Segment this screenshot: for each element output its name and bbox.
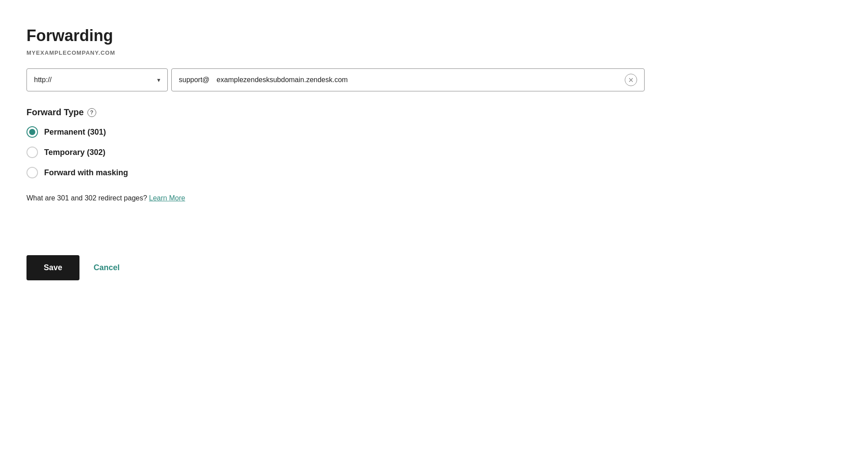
chevron-down-icon: ▾ bbox=[157, 76, 160, 83]
protocol-value: http:// bbox=[34, 76, 52, 84]
page-title: Forwarding bbox=[26, 26, 842, 45]
footer-actions: Save Cancel bbox=[26, 255, 842, 280]
radio-item-permanent[interactable]: Permanent (301) bbox=[26, 126, 842, 138]
radio-item-masking[interactable]: Forward with masking bbox=[26, 167, 842, 178]
url-input-wrapper: support@ examplezendesksubdomain.zendesk… bbox=[171, 68, 645, 91]
redirect-info-text: What are 301 and 302 redirect pages? bbox=[26, 194, 147, 202]
section-label: Forward Type ? bbox=[26, 107, 842, 117]
radio-label-masking: Forward with masking bbox=[44, 168, 128, 177]
cancel-button[interactable]: Cancel bbox=[94, 263, 120, 272]
radio-label-permanent: Permanent (301) bbox=[44, 128, 106, 137]
learn-more-link[interactable]: Learn More bbox=[149, 194, 185, 202]
radio-circle-permanent[interactable] bbox=[26, 126, 38, 138]
protocol-select[interactable]: http:// ▾ bbox=[26, 68, 168, 91]
radio-group: Permanent (301) Temporary (302) Forward … bbox=[26, 126, 842, 178]
url-prefix: support@ bbox=[179, 76, 210, 84]
radio-circle-masking[interactable] bbox=[26, 167, 38, 178]
help-icon[interactable]: ? bbox=[87, 108, 96, 117]
url-row: http:// ▾ support@ examplezendesksubdoma… bbox=[26, 68, 645, 91]
save-button[interactable]: Save bbox=[26, 255, 79, 280]
radio-item-temporary[interactable]: Temporary (302) bbox=[26, 147, 842, 158]
info-text: What are 301 and 302 redirect pages? Lea… bbox=[26, 194, 842, 202]
radio-circle-temporary[interactable] bbox=[26, 147, 38, 158]
forward-type-label: Forward Type bbox=[26, 107, 84, 117]
url-value[interactable]: examplezendesksubdomain.zendesk.com bbox=[217, 76, 625, 84]
clear-button[interactable]: × bbox=[625, 74, 637, 86]
domain-label: MYEXAMPLECOMPANY.COM bbox=[26, 49, 842, 56]
radio-label-temporary: Temporary (302) bbox=[44, 148, 106, 157]
